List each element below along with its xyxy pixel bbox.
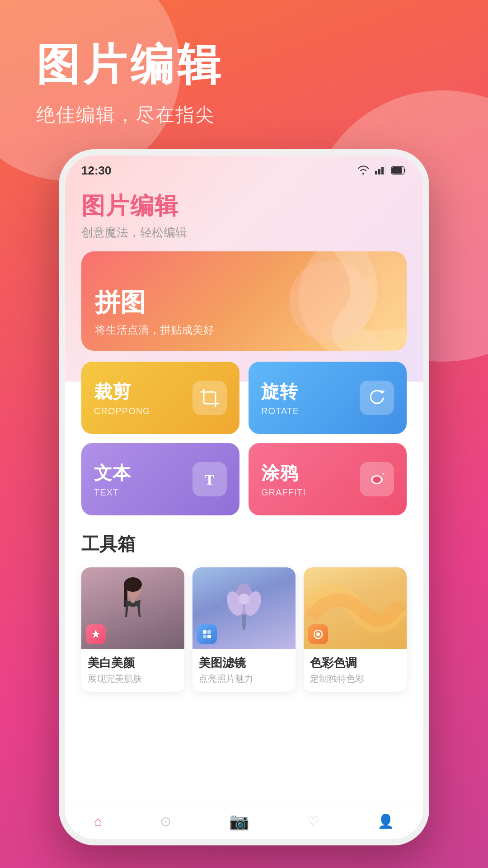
nav-search-icon[interactable]: ⊙ (160, 813, 171, 829)
nav-favorites-icon[interactable]: ♡ (307, 813, 319, 829)
svg-point-13 (373, 476, 381, 483)
tool-crop-name-en: CROPPONG (94, 406, 150, 416)
battery-icon (391, 164, 407, 178)
page-main-subtitle: 绝佳编辑，尽在指尖 (36, 102, 224, 127)
tool-graffiti-icon (360, 462, 394, 496)
svg-rect-6 (204, 392, 216, 404)
banner-text: 拼图 将生活点滴，拼贴成美好 (95, 286, 214, 337)
bottom-nav: ⌂ ⊙ 📷 ♡ 👤 (65, 803, 423, 839)
tool-crop-name: 裁剪 (94, 379, 150, 404)
svg-rect-25 (203, 635, 206, 638)
toolbox-card-beauty-desc: 展现完美肌肤 (88, 673, 178, 685)
phone-mockup: 12:30 (59, 149, 429, 845)
toolbox-card-beauty-icon (86, 624, 106, 644)
svg-rect-1 (378, 169, 380, 175)
nav-profile-icon[interactable]: 👤 (377, 813, 394, 829)
tool-graffiti-name: 涂鸦 (261, 461, 306, 486)
toolbox-card-beauty-body: 美白美颜 展现完美肌肤 (81, 649, 184, 692)
toolbox-card-color-image (304, 567, 407, 649)
toolbox-grid: 美白美颜 展现完美肌肤 (81, 567, 407, 692)
tool-crop-text: 裁剪 CROPPONG (94, 379, 150, 416)
tool-rotate-text: 旋转 ROTATE (261, 379, 299, 416)
toolbox-card-filter-icon (197, 624, 217, 644)
tool-text-icon: T (192, 462, 227, 496)
signal-icon (375, 164, 386, 178)
tool-rotate-name-en: ROTATE (261, 406, 299, 416)
tool-graffiti-name-en: GRAFFITI (261, 487, 306, 498)
banner-card[interactable]: 拼图 将生活点滴，拼贴成美好 (81, 251, 407, 351)
svg-text:T: T (205, 472, 214, 488)
svg-point-28 (316, 632, 320, 636)
banner-title: 拼图 (95, 286, 214, 320)
toolbox-section-title: 工具箱 (81, 532, 407, 557)
tool-rotate-icon (360, 381, 394, 415)
tools-grid: 裁剪 CROPPONG 旋转 ROTATE (81, 362, 407, 515)
tool-crop[interactable]: 裁剪 CROPPONG (81, 362, 239, 434)
page-header: 图片编辑 绝佳编辑，尽在指尖 (36, 36, 224, 127)
banner-subtitle: 将生活点滴，拼贴成美好 (95, 323, 214, 337)
toolbox-card-color-desc: 定制独特色彩 (310, 673, 400, 685)
tool-text-name-en: TEXT (94, 487, 131, 498)
tool-text-text: 文本 TEXT (94, 461, 131, 498)
toolbox-card-color[interactable]: 色彩色调 定制独特色彩 (304, 567, 407, 692)
toolbox-card-color-icon (308, 624, 328, 644)
status-time: 12:30 (81, 164, 112, 178)
toolbox-card-filter-body: 美图滤镜 点亮照片魅力 (192, 649, 296, 692)
flower-decoration (221, 576, 267, 635)
status-bar: 12:30 (65, 156, 423, 181)
svg-rect-2 (381, 167, 384, 175)
toolbox-card-filter-image (192, 567, 296, 649)
tool-graffiti-text: 涂鸦 GRAFFITI (261, 461, 306, 498)
nav-camera-icon[interactable]: 📷 (229, 812, 249, 831)
tool-graffiti[interactable]: 涂鸦 GRAFFITI (249, 443, 407, 515)
svg-point-22 (239, 594, 249, 604)
tool-crop-icon (192, 381, 227, 415)
tool-rotate[interactable]: 旋转 ROTATE (249, 362, 407, 434)
tool-rotate-name: 旋转 (261, 379, 299, 404)
app-header: 图片编辑 创意魔法，轻松编辑 (81, 181, 407, 251)
banner-wave-svg (253, 251, 407, 351)
app-subtitle: 创意魔法，轻松编辑 (81, 225, 407, 241)
tool-text[interactable]: 文本 TEXT T (81, 443, 239, 515)
nav-home-icon[interactable]: ⌂ (94, 814, 102, 829)
person-silhouette (113, 576, 153, 649)
toolbox-section: 工具箱 (81, 532, 407, 692)
toolbox-card-filter[interactable]: 美图滤镜 点亮照片魅力 (192, 567, 296, 692)
status-icons (357, 164, 407, 178)
wifi-icon (357, 164, 370, 178)
page-main-title: 图片编辑 (36, 36, 224, 95)
toolbox-card-beauty-title: 美白美颜 (88, 655, 178, 671)
svg-rect-23 (203, 630, 206, 634)
svg-rect-17 (131, 597, 135, 603)
svg-rect-0 (375, 171, 377, 175)
tool-text-name: 文本 (94, 461, 131, 486)
toolbox-card-color-title: 色彩色调 (310, 655, 400, 671)
svg-rect-5 (392, 167, 402, 174)
toolbox-card-beauty-image (81, 567, 184, 649)
toolbox-card-filter-desc: 点亮照片魅力 (199, 673, 289, 685)
toolbox-card-beauty[interactable]: 美白美颜 展现完美肌肤 (81, 567, 184, 692)
svg-rect-26 (207, 635, 211, 638)
toolbox-card-filter-title: 美图滤镜 (199, 655, 289, 671)
app-title: 图片编辑 (81, 190, 407, 222)
svg-rect-24 (207, 630, 211, 634)
toolbox-card-color-body: 色彩色调 定制独特色彩 (304, 649, 407, 692)
phone-content: 图片编辑 创意魔法，轻松编辑 拼图 将生活点滴，拼贴成美好 裁剪 CRO (65, 181, 423, 710)
svg-rect-3 (385, 165, 386, 175)
